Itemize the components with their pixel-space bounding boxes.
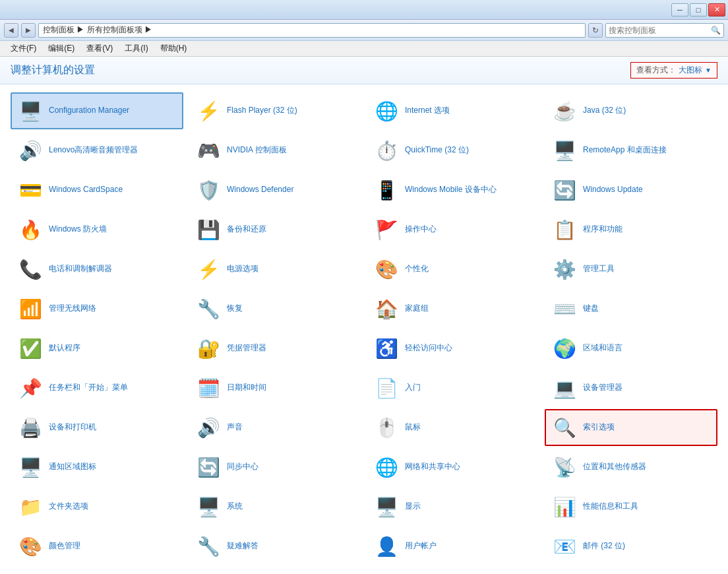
icon-item-programs[interactable]: 📋程序和功能 [545, 211, 717, 248]
icon-item-defender[interactable]: 🛡️Windows Defender [189, 172, 361, 208]
icon-item-system[interactable]: 🖥️系统 [189, 488, 361, 525]
maximize-button[interactable]: □ [690, 3, 707, 16]
icon-label-mobile: Windows Mobile 设备中心 [405, 185, 497, 195]
view-label: 查看方式： [636, 65, 676, 76]
icon-label-internet-options: Internet 选项 [405, 106, 450, 116]
address-bar: ◀ ▶ 控制面板 ▶ 所有控制面板项 ▶ ↻ 🔍 [0, 20, 728, 41]
icon-item-quicktime[interactable]: ⏱️QuickTime (32 位) [367, 132, 539, 169]
icon-item-user-accounts[interactable]: 👤用户帐户 [367, 528, 539, 565]
icon-item-folder-options[interactable]: 📁文件夹选项 [11, 488, 183, 525]
view-current[interactable]: 大图标 [679, 65, 702, 76]
icon-item-personalize[interactable]: 🎨个性化 [367, 251, 539, 288]
icon-item-admin-tools[interactable]: ⚙️管理工具 [545, 251, 717, 288]
view-options[interactable]: 查看方式： 大图标 ▼ [630, 62, 717, 79]
icon-item-action-center[interactable]: 🚩操作中心 [367, 211, 539, 248]
icon-item-mail[interactable]: 📧邮件 (32 位) [545, 528, 717, 565]
icon-item-flash-player[interactable]: ⚡Flash Player (32 位) [189, 92, 361, 129]
refresh-button[interactable]: ↻ [588, 23, 603, 38]
icon-image-backup: 💾 [195, 216, 222, 243]
icon-item-windows-update[interactable]: 🔄Windows Update [545, 172, 717, 208]
icon-item-nvidia[interactable]: 🎮NVIDIA 控制面板 [189, 132, 361, 169]
icon-image-default-programs: ✅ [17, 335, 44, 362]
icon-item-keyboard[interactable]: ⌨️键盘 [545, 290, 717, 327]
icon-item-location[interactable]: 📡位置和其他传感器 [545, 449, 717, 486]
icon-item-backup[interactable]: 💾备份和还原 [189, 211, 361, 248]
icon-item-device-manager[interactable]: 💻设备管理器 [545, 369, 717, 406]
icon-item-mobile[interactable]: 📱Windows Mobile 设备中心 [367, 172, 539, 208]
icon-image-sound: 🔊 [195, 414, 222, 441]
minimize-button[interactable]: ─ [671, 3, 688, 16]
page-title: 调整计算机的设置 [11, 63, 95, 77]
icon-item-getstarted[interactable]: 📄入门 [367, 369, 539, 406]
icon-item-cardspace[interactable]: 💳Windows CardSpace [11, 172, 183, 208]
icon-label-admin-tools: 管理工具 [583, 264, 615, 274]
icon-image-remoteapp: 🖥️ [551, 137, 578, 164]
icon-item-remoteapp[interactable]: 🖥️RemoteApp 和桌面连接 [545, 132, 717, 169]
icon-label-getstarted: 入门 [405, 383, 421, 393]
icon-image-keyboard: ⌨️ [551, 296, 578, 322]
icon-image-quicktime: ⏱️ [373, 137, 400, 164]
icon-item-datetime[interactable]: 🗓️日期和时间 [189, 369, 361, 406]
icon-item-telephone[interactable]: 📞电话和调制解调器 [11, 251, 183, 288]
icon-item-sound[interactable]: 🔊声音 [189, 409, 361, 446]
menu-file[interactable]: 文件(F) [5, 42, 42, 55]
icon-image-power: ⚡ [195, 256, 222, 282]
icon-image-troubleshoot: 🔧 [195, 533, 222, 559]
icon-item-region-lang[interactable]: 🌍区域和语言 [545, 330, 717, 367]
icon-item-speech[interactable]: 🎤语音识别 [11, 567, 183, 574]
icon-item-lenovo-audio[interactable]: 🔊Lenovo高清晰音频管理器 [11, 132, 183, 169]
icon-item-ease-access[interactable]: ♿轻松访问中心 [367, 330, 539, 367]
menu-help[interactable]: 帮助(H) [155, 42, 193, 55]
window-controls: ─ □ ✕ [671, 3, 725, 16]
icon-item-firewall[interactable]: 🔥Windows 防火墙 [11, 211, 183, 248]
icon-item-config-manager[interactable]: 🖥️Configuration Manager [11, 92, 183, 129]
icon-image-firewall: 🔥 [17, 216, 44, 243]
icon-image-nvidia: 🎮 [195, 137, 222, 164]
icon-label-sound: 声音 [227, 422, 243, 433]
icon-item-java[interactable]: ☕Java (32 位) [545, 92, 717, 129]
forward-button[interactable]: ▶ [21, 23, 36, 38]
icon-label-sync: 同步中心 [227, 462, 258, 472]
search-input[interactable] [609, 26, 711, 35]
icon-item-troubleshoot[interactable]: 🔧疑难解答 [189, 528, 361, 565]
icon-image-programs: 📋 [551, 216, 578, 243]
close-button[interactable]: ✕ [708, 3, 725, 16]
icon-item-network[interactable]: 🌐网络和共享中心 [367, 449, 539, 486]
icon-label-location: 位置和其他传感器 [583, 462, 646, 472]
icon-item-notification[interactable]: 🖥️通知区域图标 [11, 449, 183, 486]
icon-image-devices-printers: 🖨️ [17, 414, 44, 441]
address-path[interactable]: 控制面板 ▶ 所有控制面板项 ▶ [38, 23, 586, 38]
icon-item-homegroup[interactable]: 🏠家庭组 [367, 290, 539, 327]
icon-item-performance[interactable]: 📊性能信息和工具 [545, 488, 717, 525]
icon-item-mouse[interactable]: 🖱️鼠标 [367, 409, 539, 446]
icon-item-credential[interactable]: 🔐凭据管理器 [189, 330, 361, 367]
icon-item-recovery[interactable]: 🔧恢复 [189, 290, 361, 327]
menu-view[interactable]: 查看(V) [81, 42, 118, 55]
icon-item-default-programs[interactable]: ✅默认程序 [11, 330, 183, 367]
icon-label-windows-update: Windows Update [583, 185, 643, 195]
icon-item-index-options[interactable]: 🔍索引选项 [545, 409, 717, 446]
icon-item-color-mgmt[interactable]: 🎨颜色管理 [11, 528, 183, 565]
menu-tools[interactable]: 工具(I) [119, 42, 153, 55]
icon-item-wireless[interactable]: 📶管理无线网络 [11, 290, 183, 327]
icon-label-datetime: 日期和时间 [227, 383, 266, 393]
icon-item-desktop-gadgets[interactable]: 🖥️桌面小工具 [189, 567, 361, 574]
menu-edit[interactable]: 编辑(E) [43, 42, 80, 55]
icon-label-mouse: 鼠标 [405, 422, 421, 433]
icon-item-sync[interactable]: 🔄同步中心 [189, 449, 361, 486]
icon-item-power[interactable]: ⚡电源选项 [189, 251, 361, 288]
icon-image-user-accounts: 👤 [373, 533, 400, 559]
icon-item-fonts[interactable]: 🔤字体 [545, 567, 717, 574]
icon-item-devices-printers[interactable]: 🖨️设备和打印机 [11, 409, 183, 446]
icon-item-autoplay[interactable]: ▶️自动播放 [367, 567, 539, 574]
menu-bar: 文件(F) 编辑(E) 查看(V) 工具(I) 帮助(H) [0, 41, 728, 57]
icon-item-display[interactable]: 🖥️显示 [367, 488, 539, 525]
icon-image-windows-update: 🔄 [551, 177, 578, 203]
icon-item-taskbar[interactable]: 📌任务栏和「开始」菜单 [11, 369, 183, 406]
icon-item-internet-options[interactable]: 🌐Internet 选项 [367, 92, 539, 129]
icon-image-getstarted: 📄 [373, 375, 400, 401]
back-button[interactable]: ◀ [4, 23, 18, 38]
icon-image-network: 🌐 [373, 454, 400, 480]
icon-label-device-manager: 设备管理器 [583, 383, 622, 393]
icon-label-power: 电源选项 [227, 264, 258, 274]
